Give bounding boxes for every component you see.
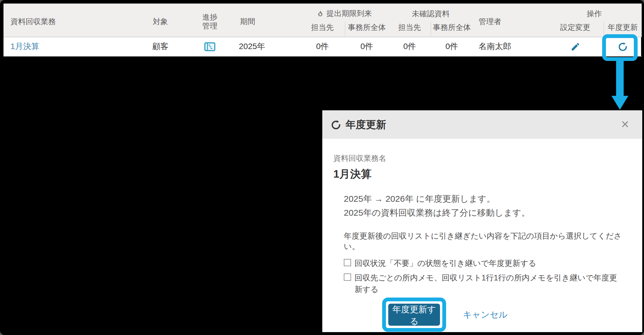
- task-name-label: 資料回収業務名: [333, 153, 631, 163]
- col-subheader-unconfirmed-assignee: 担当先: [389, 22, 431, 37]
- col-group-unconfirmed: 未確認資料: [389, 4, 473, 22]
- col-subheader-settings: 設定変更: [547, 22, 604, 37]
- task-link[interactable]: 1月決算: [10, 42, 40, 51]
- carryover-instruction: 年度更新後の回収リストに引き継ぎたい内容を下記の項目から選択してください。: [344, 231, 631, 252]
- col-subheader-deadline-assignee: 担当先: [300, 22, 345, 37]
- close-icon[interactable]: ✕: [621, 119, 629, 130]
- update-message-line2: 2025年の資料回収業務は終了分に移動します。: [344, 206, 631, 220]
- col-header-target: 対象: [134, 4, 187, 37]
- update-message-line1: 2025年 → 2026年 に年度更新します。: [344, 192, 631, 206]
- carryover-options: 回収状況「不要」の状態を引き継いで年度更新する 回収先ごとの所内メモ、回収リスト…: [344, 257, 631, 295]
- col-header-progress: 進捗 管理: [187, 4, 233, 37]
- col-subheader-deadline-office: 事務所全体: [345, 22, 389, 37]
- modal-body: 資料回収業務名 1月決算 2025年 → 2026年 に年度更新します。 202…: [322, 139, 642, 332]
- confirm-year-update-button[interactable]: 年度更新する: [388, 304, 440, 326]
- annotation-highlight-box-refresh: [602, 34, 638, 61]
- annotation-highlight-box-confirm: 年度更新する: [382, 298, 446, 332]
- table-row: 1月決算 顧客 2025年 0件 0件 0件 0件 名南太郎: [3, 37, 642, 56]
- annotation-arrow-stem: [616, 60, 624, 96]
- col-group-deadline-label: 提出期限到来: [327, 8, 372, 19]
- checkbox-label: 回収先ごとの所内メモ、回収リスト1行1行の所内メモを引き継いで年度更新する: [355, 272, 618, 295]
- refresh-icon: [330, 119, 341, 130]
- col-group-operations: 操作: [547, 4, 642, 22]
- target-cell: 顧客: [134, 37, 187, 56]
- year-update-modal: 年度更新 ✕ 資料回収業務名 1月決算 2025年 → 2026年 に年度更新し…: [322, 110, 642, 332]
- manager-cell: 名南太郎: [473, 37, 547, 56]
- checkbox-row-keep-unnecessary-status[interactable]: 回収状況「不要」の状態を引き継いで年度更新する: [344, 257, 631, 269]
- col-header-progress-line2: 管理: [202, 21, 217, 30]
- col-header-manager: 管理者: [473, 4, 547, 37]
- screenshot-frame: 資料回収業務 対象 進捗 管理 期間 提出期限到来: [0, 0, 644, 335]
- annotation-arrow-head: [611, 96, 628, 110]
- col-header-progress-line1: 進捗: [202, 13, 217, 21]
- progress-board-icon[interactable]: [204, 42, 216, 52]
- unconfirmed-office-count: 0件: [431, 37, 473, 56]
- progress-cell: [187, 37, 233, 56]
- checkbox-label: 回収状況「不要」の状態を引き継いで年度更新する: [355, 257, 536, 269]
- pencil-icon[interactable]: [570, 42, 580, 52]
- col-header-period: 期間: [233, 4, 300, 37]
- col-subheader-unconfirmed-office: 事務所全体: [431, 22, 473, 37]
- deadline-office-count: 0件: [345, 37, 389, 56]
- collection-task-table: 資料回収業務 対象 進捗 管理 期間 提出期限到来: [3, 3, 641, 57]
- deadline-assignee-count: 0件: [300, 37, 345, 56]
- update-message: 2025年 → 2026年 に年度更新します。 2025年の資料回収業務は終了分…: [344, 192, 631, 220]
- unconfirmed-assignee-count: 0件: [389, 37, 431, 56]
- flame-icon: [317, 10, 324, 17]
- modal-title: 年度更新: [346, 118, 386, 132]
- task-name-value: 1月決算: [333, 167, 631, 181]
- col-header-task: 資料回収業務: [3, 4, 134, 37]
- cancel-link[interactable]: キャンセル: [463, 309, 508, 321]
- modal-header: 年度更新 ✕: [322, 110, 642, 139]
- period-cell: 2025年: [233, 37, 300, 56]
- checkbox[interactable]: [344, 273, 351, 281]
- modal-actions: 年度更新する キャンセル: [382, 298, 631, 332]
- checkbox[interactable]: [344, 259, 351, 266]
- checkbox-row-keep-internal-memos[interactable]: 回収先ごとの所内メモ、回収リスト1行1行の所内メモを引き継いで年度更新する: [344, 272, 631, 295]
- col-group-deadline: 提出期限到来: [300, 4, 389, 22]
